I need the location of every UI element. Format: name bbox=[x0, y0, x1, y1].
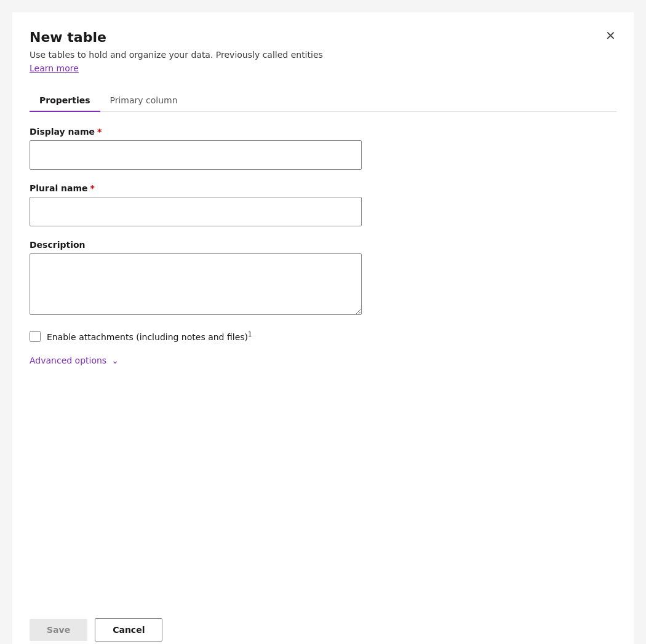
display-name-input[interactable] bbox=[30, 140, 362, 170]
close-icon: ✕ bbox=[605, 28, 616, 43]
display-name-required: * bbox=[97, 127, 102, 137]
tab-properties[interactable]: Properties bbox=[30, 89, 100, 111]
description-group: Description bbox=[30, 240, 616, 317]
tab-bar: Properties Primary column bbox=[30, 89, 616, 112]
cancel-button[interactable]: Cancel bbox=[95, 618, 162, 642]
spacer bbox=[30, 380, 616, 606]
advanced-options-toggle[interactable]: Advanced options ⌄ bbox=[30, 356, 616, 365]
dialog-footer: Save Cancel bbox=[30, 606, 616, 644]
plural-name-group: Plural name* bbox=[30, 183, 616, 226]
dialog-subtitle: Use tables to hold and organize your dat… bbox=[30, 50, 616, 60]
tab-primary-column[interactable]: Primary column bbox=[100, 89, 188, 111]
dialog-title: New table bbox=[30, 30, 616, 45]
attachments-checkbox[interactable] bbox=[30, 331, 41, 342]
plural-name-input[interactable] bbox=[30, 197, 362, 226]
close-button[interactable]: ✕ bbox=[600, 26, 620, 46]
attachments-superscript: 1 bbox=[248, 331, 252, 338]
save-button[interactable]: Save bbox=[30, 619, 87, 641]
advanced-options-label: Advanced options bbox=[30, 356, 106, 365]
new-table-dialog: ✕ New table Use tables to hold and organ… bbox=[12, 12, 634, 644]
dialog-header: New table Use tables to hold and organiz… bbox=[30, 30, 616, 85]
attachments-group: Enable attachments (including notes and … bbox=[30, 331, 616, 342]
display-name-group: Display name* bbox=[30, 127, 616, 170]
chevron-down-icon: ⌄ bbox=[111, 356, 119, 365]
learn-more-link[interactable]: Learn more bbox=[30, 63, 79, 73]
description-input[interactable] bbox=[30, 253, 362, 315]
attachments-label[interactable]: Enable attachments (including notes and … bbox=[47, 331, 252, 342]
description-label: Description bbox=[30, 240, 616, 250]
plural-name-label: Plural name* bbox=[30, 183, 616, 193]
plural-name-required: * bbox=[90, 183, 95, 193]
display-name-label: Display name* bbox=[30, 127, 616, 137]
